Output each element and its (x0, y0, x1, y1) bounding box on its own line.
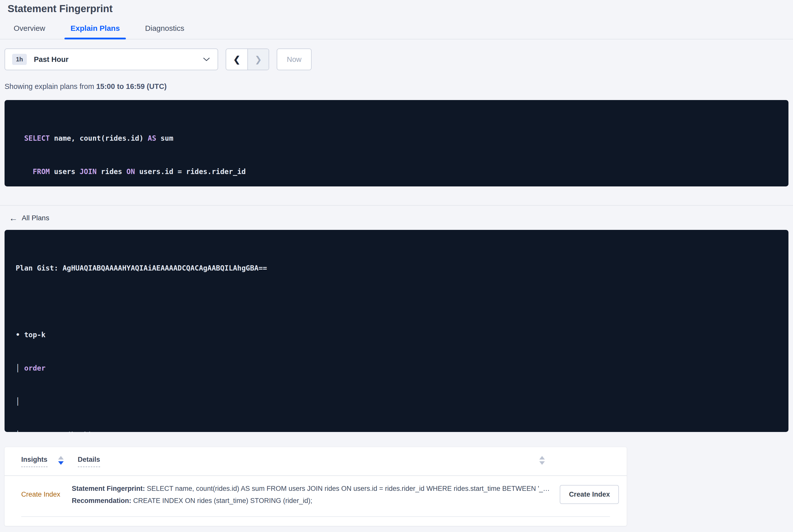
insight-details-cell: Statement Fingerprint: SELECT name, coun… (72, 482, 560, 507)
table-row: Create Index Statement Fingerprint: SELE… (4, 476, 627, 507)
sql-statement-block: SELECT name, count(rides.id) AS sum FROM… (4, 100, 789, 186)
plan-tree-line: • top-k (16, 329, 777, 341)
recommendation-line: Recommendation: CREATE INDEX ON rides (s… (72, 495, 550, 507)
column-header-insights[interactable]: Insights (21, 456, 48, 467)
time-range-badge: 1h (12, 54, 27, 65)
recommendation-text: CREATE INDEX ON rides (start_time) STORI… (133, 497, 313, 505)
statement-fingerprint-text: SELECT name, count(rides.id) AS sum FROM… (147, 485, 550, 492)
tab-bar: Overview Explain Plans Diagnostics (0, 19, 793, 39)
page-title: Statement Fingerprint (0, 0, 793, 15)
sort-down-triangle (539, 461, 545, 465)
insight-type-link[interactable]: Create Index (21, 482, 72, 507)
plan-gist-label: Plan Gist: (16, 264, 62, 272)
plan-gist-block: Plan Gist: AgHUAQIABQAAAAHYAQIAiAEAAAADC… (4, 230, 789, 432)
statement-fingerprint-line: Statement Fingerprint: SELECT name, coun… (72, 482, 550, 495)
chevron-down-icon (203, 57, 210, 62)
next-interval-button[interactable]: ❯ (247, 49, 269, 70)
recommendation-label: Recommendation: (72, 497, 133, 505)
sort-details-icon[interactable] (539, 456, 545, 465)
insights-table-header: Insights Details (4, 447, 627, 476)
sql-line: FROM users JOIN rides ON users.id = ride… (16, 166, 777, 177)
sort-down-triangle (58, 461, 64, 465)
showing-plans-prefix: Showing explain plans from (4, 82, 96, 91)
time-range-label: Past Hour (34, 55, 69, 64)
sql-line: SELECT name, count(rides.id) AS sum (16, 133, 777, 144)
plan-gist-value: AgHUAQIABQAAAAHYAQIAiAEAAAADCQACAgAABQIL… (62, 264, 267, 272)
column-header-details[interactable]: Details (78, 456, 100, 467)
arrow-left-icon: ← (9, 214, 18, 222)
time-pager: ❮ ❯ (226, 49, 269, 70)
plan-gist-line: Plan Gist: AgHUAQIABQAAAAHYAQIAiAEAAAADC… (16, 263, 777, 274)
action-cell: Create Index (560, 482, 619, 507)
plan-tree-line: │ (16, 396, 777, 407)
previous-interval-button[interactable]: ❮ (226, 49, 247, 70)
create-index-button[interactable]: Create Index (560, 485, 619, 504)
plan-tree-line: └── • group (hash) (16, 430, 777, 432)
page: Statement Fingerprint Overview Explain P… (0, 0, 793, 526)
time-range-dropdown[interactable]: 1h Past Hour (4, 49, 218, 70)
all-plans-link[interactable]: ← All Plans (9, 214, 49, 222)
time-range-value: 15:00 to 16:59 (UTC) (96, 82, 167, 91)
tab-overview[interactable]: Overview (6, 19, 53, 39)
tab-diagnostics[interactable]: Diagnostics (137, 19, 192, 39)
insights-table-card: Insights Details Create Index Statement … (4, 447, 627, 526)
statement-fingerprint-label: Statement Fingerprint: (72, 485, 147, 492)
blank-line (16, 296, 777, 307)
sort-up-triangle (539, 456, 545, 459)
sort-up-triangle (58, 456, 64, 459)
sort-insights-icon[interactable] (58, 456, 64, 465)
now-button[interactable]: Now (277, 49, 311, 70)
time-controls: 1h Past Hour ❮ ❯ Now (4, 49, 789, 70)
tab-explain-plans[interactable]: Explain Plans (63, 19, 127, 39)
row-divider (21, 516, 610, 517)
section-divider (0, 205, 793, 206)
plan-tree-line: │ order (16, 363, 777, 374)
showing-plans-text: Showing explain plans from 15:00 to 16:5… (4, 82, 789, 91)
all-plans-label: All Plans (22, 214, 49, 222)
